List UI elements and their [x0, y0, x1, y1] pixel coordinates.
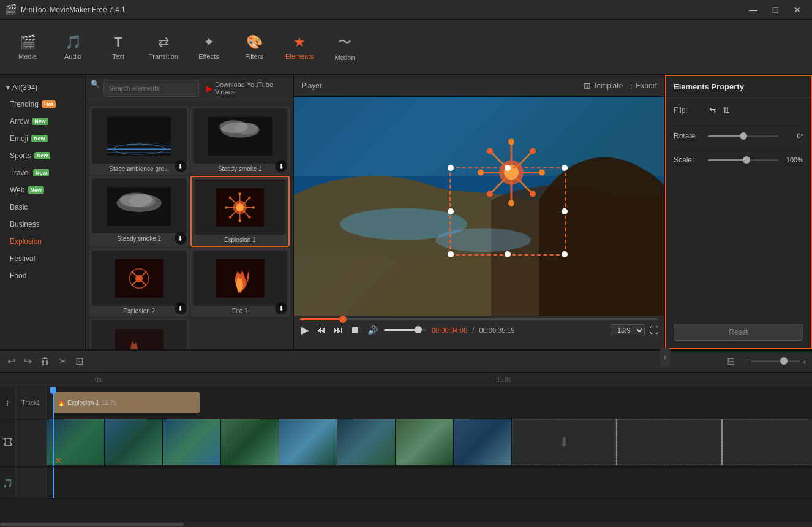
sidebar-all-header[interactable]: ▾ All(394) [0, 80, 85, 96]
placeholder-slot-2[interactable] [617, 419, 721, 465]
play-button[interactable]: ▶ [300, 323, 310, 337]
properties-panel: Elements Property Flip: ⇆ ⇅ Rotate: 0° S… [665, 75, 812, 349]
element-card-stage-ambience[interactable]: Stage ambience gre... ⬇ [89, 106, 189, 175]
download-icon[interactable]: ⬇ [275, 160, 287, 172]
audio-track-label [16, 467, 47, 498]
stop-button[interactable]: ⏹ [349, 324, 361, 337]
rotate-slider[interactable] [708, 135, 778, 137]
element-card-fire-1[interactable]: Fire 1 ⬇ [190, 248, 290, 317]
skip-back-button[interactable]: ⏮ [315, 324, 327, 337]
scale-label: Scale: [674, 156, 703, 164]
video-thumb-7 [396, 419, 454, 465]
selection-box[interactable] [449, 167, 566, 256]
audio-track-content [47, 467, 812, 498]
toolbar-media[interactable]: 🎬 Media [6, 24, 49, 70]
toolbar-motion[interactable]: 〜 Motion [323, 24, 366, 70]
crop-button[interactable]: ⊡ [73, 353, 86, 370]
toolbar-filters[interactable]: 🎨 Filters [233, 24, 276, 70]
sidebar-item-festival[interactable]: Festival [0, 250, 85, 267]
effects-label: Effects [198, 53, 219, 60]
element-card-steady-smoke-1[interactable]: Steady smoke 1 ⬇ [190, 106, 290, 175]
explosion-clip[interactable]: 🔥 Explosion 1 11.7s → [53, 392, 200, 413]
download-icon[interactable]: ⬇ [175, 232, 187, 245]
toolbar-effects[interactable]: ✦ Effects [187, 24, 230, 70]
zoom-in-button[interactable]: + [802, 357, 807, 366]
flip-horizontal-button[interactable]: ⇆ [708, 104, 718, 116]
zoom-out-button[interactable]: − [743, 357, 748, 366]
timeline-content: 0s 35.8s + Track1 🔥 Explosion 1 1 [0, 373, 812, 522]
volume-slider[interactable] [384, 329, 427, 331]
sidebar-item-business[interactable]: Business [0, 216, 85, 233]
app-title: MiniTool MovieMaker Free 7.4.1 [21, 6, 126, 14]
svg-point-25 [248, 196, 251, 199]
controls-row: ▶ ⏮ ⏭ ⏹ 🔊 00:00:04:06 / 00:00:35:19 16:9… [300, 323, 658, 337]
fullscreen-button[interactable]: ⛶ [650, 325, 658, 335]
track-icon-add[interactable]: + [0, 387, 16, 419]
timeline-scrollbar[interactable] [0, 522, 812, 527]
playhead-video [53, 419, 54, 466]
element-card-steady-smoke-2[interactable]: Steady smoke 2 ⬇ [89, 176, 189, 247]
handle-tl[interactable] [448, 165, 454, 171]
progress-bar[interactable] [300, 318, 658, 320]
sidebar-item-basic[interactable]: Basic [0, 199, 85, 216]
placeholder-slot-3[interactable] [723, 419, 812, 465]
element-card-7[interactable] [89, 318, 189, 349]
flip-vertical-button[interactable]: ⇅ [721, 104, 731, 116]
handle-ml[interactable] [448, 208, 454, 214]
delete-button[interactable]: 🗑 [38, 354, 53, 370]
sidebar-item-travel[interactable]: Travel New [0, 164, 85, 181]
search-input[interactable] [103, 80, 199, 97]
track-content-1: 🔥 Explosion 1 11.7s → [47, 387, 812, 419]
svg-rect-0 [107, 117, 171, 156]
scale-row: Scale: 100% [666, 150, 811, 170]
download-icon[interactable]: ⬇ [175, 160, 187, 172]
element-thumb-steady-smoke-2 [92, 178, 187, 233]
handle-bm[interactable] [505, 251, 511, 257]
redo-button[interactable]: ↪ [21, 353, 34, 370]
toolbar-audio[interactable]: 🎵 Audio [51, 24, 94, 70]
volume-icon[interactable]: 🔊 [366, 324, 379, 336]
cut-button[interactable]: ✂ [56, 353, 69, 370]
collapse-panel-button[interactable]: › [660, 348, 670, 366]
close-button[interactable]: ✕ [788, 0, 807, 20]
handle-tm[interactable] [505, 165, 511, 171]
total-time: 00:00:35:19 [479, 327, 514, 334]
maximize-button[interactable]: □ [765, 0, 785, 20]
sidebar-item-food[interactable]: Food [0, 267, 85, 284]
element-card-explosion-1[interactable]: Explosion 1 [190, 176, 290, 247]
sidebar-item-web[interactable]: Web New [0, 181, 85, 199]
placeholder-slot-1[interactable]: ⬇ [512, 419, 616, 465]
sidebar-item-emoji[interactable]: Emoji New [0, 130, 85, 147]
element-card-explosion-2[interactable]: Explosion 2 ⬇ [89, 248, 189, 317]
zoom-controls: ⊟ − + [727, 355, 807, 367]
toolbar-text[interactable]: T Text [97, 24, 140, 70]
app-icon: 🎬 [5, 4, 17, 15]
svg-rect-40 [115, 329, 164, 350]
sidebar-item-explosion[interactable]: Explosion [0, 233, 85, 250]
undo-button[interactable]: ↩ [5, 353, 18, 370]
elements-grid: Stage ambience gre... ⬇ Steady smoke 1 ⬇ [86, 102, 293, 349]
download-icon[interactable]: ⬇ [275, 302, 287, 314]
scrollbar-thumb[interactable] [0, 523, 184, 526]
export-button[interactable]: ↑ Export [629, 81, 657, 91]
zoom-slider[interactable] [751, 360, 800, 362]
sidebar-item-trending[interactable]: Trending Hot [0, 96, 85, 113]
template-button[interactable]: ⊞ Template [584, 81, 623, 91]
handle-mr[interactable] [562, 208, 568, 214]
split-track-icon[interactable]: ⊟ [727, 355, 735, 367]
skip-forward-button[interactable]: ⏭ [332, 324, 344, 337]
minimize-button[interactable]: — [743, 0, 763, 20]
remove-marker[interactable]: ✕ [55, 456, 62, 465]
toolbar-transition[interactable]: ⇄ Transition [142, 24, 185, 70]
svg-point-8 [235, 123, 258, 134]
zoom-thumb [780, 357, 788, 365]
rotate-label: Rotate: [674, 132, 703, 140]
sidebar-item-sports[interactable]: Sports New [0, 147, 85, 164]
toolbar-elements[interactable]: ★ Elements [278, 24, 321, 70]
youtube-download-button[interactable]: ▶ Download YouTube Videos [203, 80, 288, 97]
scale-slider[interactable] [708, 159, 778, 161]
reset-button[interactable]: Reset [674, 324, 803, 341]
aspect-ratio-select[interactable]: 16:9 9:16 4:3 1:1 [611, 324, 645, 336]
sidebar-item-arrow[interactable]: Arrow New [0, 113, 85, 130]
download-icon[interactable]: ⬇ [175, 302, 187, 314]
